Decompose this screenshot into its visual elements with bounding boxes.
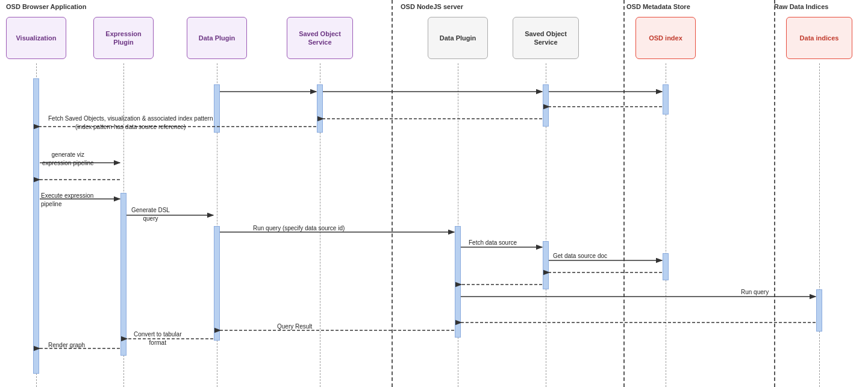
lifeline-data-indices: [819, 63, 820, 387]
label-query-result: Query Result: [277, 322, 312, 331]
activation-saved-node-1: [543, 84, 549, 127]
activation-osd-index-1: [663, 84, 669, 115]
label-convert-tabular: Convert to tabularformat: [134, 330, 182, 347]
activation-data-browser-1: [214, 84, 220, 133]
label-fetch-saved-objects: Fetch Saved Objects, visualization & ass…: [48, 115, 213, 131]
activation-osd-index-2: [663, 253, 669, 280]
activation-viz: [33, 78, 39, 374]
label-execute-expr: Execute expressionpipeline: [41, 192, 93, 209]
actor-expression-plugin: ExpressionPlugin: [93, 17, 154, 59]
actor-saved-object-node: Saved ObjectService: [513, 17, 579, 59]
actor-data-plugin-node: Data Plugin: [428, 17, 488, 59]
actor-data-indices: Data indices: [786, 17, 852, 59]
group-label-rawdata: Raw Data Indices: [774, 3, 828, 10]
label-fetch-data-source: Fetch data source: [469, 239, 517, 247]
lifeline-data-node: [458, 63, 458, 387]
activation-data-indices: [816, 289, 822, 332]
divider-2: [623, 0, 625, 387]
divider-3: [774, 0, 775, 387]
actor-osd-index: OSD index: [635, 17, 696, 59]
label-get-data-source-doc: Get data source doc: [553, 252, 607, 260]
label-run-query-raw: Run query: [741, 288, 769, 297]
label-run-query-ds: Run query (specify data source id): [253, 224, 345, 233]
actor-data-plugin-browser: Data Plugin: [187, 17, 247, 59]
activation-data-node: [455, 226, 461, 338]
group-label-browser: OSD Browser Application: [6, 3, 86, 10]
group-label-metadata: OSD Metadata Store: [626, 3, 690, 10]
activation-saved-node-2: [543, 241, 549, 289]
label-render-graph: Render graph: [48, 341, 85, 350]
actor-saved-object-browser: Saved ObjectService: [287, 17, 353, 59]
label-generate-viz: generate vizexpression pipeline: [42, 151, 94, 168]
activation-saved-browser: [317, 84, 323, 133]
activation-data-browser-2: [214, 226, 220, 341]
divider-1: [392, 0, 393, 387]
label-generate-dsl: Generate DSLquery: [131, 206, 170, 223]
sequence-diagram: OSD Browser Application OSD NodeJS serve…: [0, 0, 868, 387]
group-label-nodejs: OSD NodeJS server: [401, 3, 463, 10]
activation-expr: [120, 193, 126, 356]
actor-visualization: Visualization: [6, 17, 66, 59]
